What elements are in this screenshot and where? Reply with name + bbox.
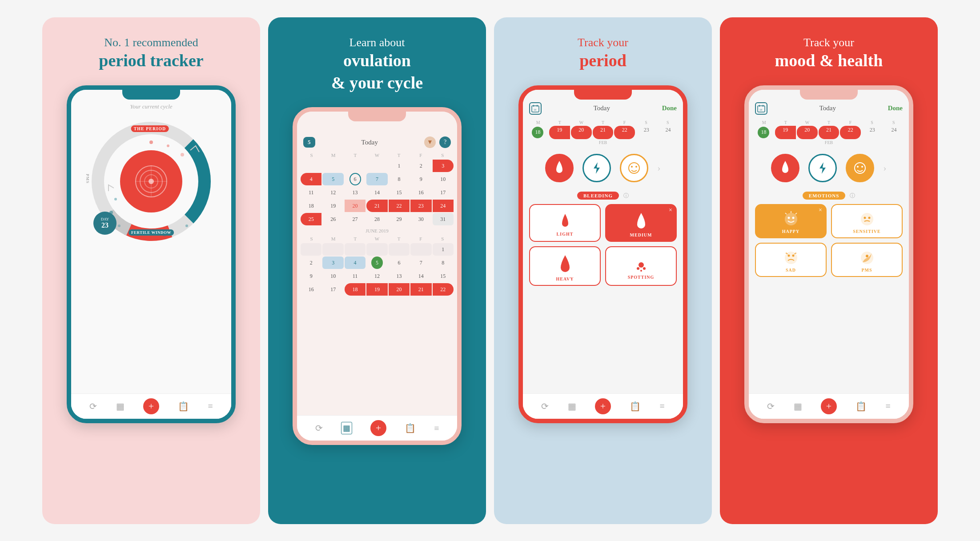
nav-add-button-2[interactable]: + bbox=[370, 420, 386, 436]
nav-add-button[interactable]: + bbox=[143, 398, 159, 414]
cal-cell[interactable]: 11 bbox=[301, 186, 321, 199]
cal-cell[interactable]: 15 bbox=[389, 186, 410, 199]
nav-menu-icon-4[interactable]: ≡ bbox=[886, 401, 891, 411]
cal-cell[interactable]: 13 bbox=[345, 186, 365, 199]
energy-icon[interactable] bbox=[582, 154, 611, 182]
track-date[interactable]: 23 bbox=[862, 126, 883, 139]
cal-cell[interactable]: 15 bbox=[433, 270, 454, 282]
nav-doc-icon-4[interactable]: 📋 bbox=[855, 401, 867, 412]
track-date-period[interactable]: 19 bbox=[775, 126, 796, 139]
bleeding-medium[interactable]: × MEDIUM bbox=[605, 204, 677, 242]
cal-cell-period[interactable]: 23 bbox=[410, 200, 431, 212]
cal-cell[interactable]: 16 bbox=[410, 186, 431, 199]
cal-cell[interactable]: 1 bbox=[389, 160, 410, 172]
nav-calendar-icon[interactable]: ▦ bbox=[116, 401, 125, 412]
cal-cell-today[interactable]: 5 bbox=[371, 256, 383, 269]
cal-cell-period[interactable]: 21 bbox=[366, 200, 387, 212]
nav-add-button-3[interactable]: + bbox=[595, 398, 611, 414]
track-date-period[interactable]: 22 bbox=[614, 126, 635, 139]
track-cal-icon-3[interactable]: 18 bbox=[529, 102, 542, 115]
track-date-period[interactable]: 21 bbox=[593, 126, 614, 139]
info-icon[interactable]: ⓘ bbox=[623, 192, 629, 199]
cal-cell-period[interactable]: 3 bbox=[433, 160, 454, 172]
info-icon-4[interactable]: ⓘ bbox=[850, 192, 855, 199]
energy-icon-4[interactable] bbox=[808, 154, 837, 182]
nav-cycle-icon[interactable]: ⟳ bbox=[89, 401, 97, 412]
track-date[interactable]: 24 bbox=[884, 126, 904, 139]
cal-cell[interactable]: 17 bbox=[433, 186, 454, 199]
bleeding-icon[interactable] bbox=[545, 154, 574, 182]
cal-cell[interactable]: 19 bbox=[322, 200, 343, 212]
cal-cell-period[interactable]: 19 bbox=[366, 283, 387, 296]
mood-icon-4[interactable] bbox=[846, 154, 874, 182]
bleeding-heavy[interactable]: HEAVY bbox=[529, 246, 601, 286]
cal-cell-period[interactable]: 4 bbox=[301, 173, 321, 185]
cal-cell-period[interactable]: 20 bbox=[389, 283, 410, 296]
cal-cell[interactable]: 9 bbox=[301, 270, 321, 282]
cal-cell-predicted[interactable]: 20 bbox=[345, 200, 365, 212]
cal-cell[interactable]: 14 bbox=[410, 270, 431, 282]
nav-calendar-icon-3[interactable]: ▦ bbox=[568, 401, 576, 412]
cal-cell[interactable] bbox=[301, 243, 321, 256]
cal-cell[interactable]: 28 bbox=[366, 213, 387, 225]
cal-cell-period[interactable]: 22 bbox=[433, 283, 454, 296]
track-date-period[interactable]: 22 bbox=[840, 126, 861, 139]
cal-cell[interactable]: 8 bbox=[433, 256, 454, 269]
track-cal-icon-4[interactable]: 18 bbox=[755, 102, 767, 115]
nav-menu-icon-3[interactable]: ≡ bbox=[660, 401, 665, 411]
mood-happy[interactable]: × HAPPY bbox=[755, 204, 827, 238]
cal-cell-period[interactable]: 25 bbox=[301, 213, 321, 225]
cal-cell[interactable] bbox=[366, 243, 387, 256]
nav-doc-icon-3[interactable]: 📋 bbox=[630, 401, 641, 412]
cal-cell[interactable] bbox=[389, 243, 410, 256]
cal-cell[interactable]: 6 bbox=[349, 173, 361, 185]
cal-cell[interactable]: 17 bbox=[322, 283, 343, 296]
nav-add-button-4[interactable]: + bbox=[821, 398, 837, 414]
bleeding-spotting[interactable]: SPOTTING bbox=[605, 246, 677, 286]
mood-sad[interactable]: SAD bbox=[755, 243, 827, 277]
track-done-3[interactable]: Done bbox=[662, 104, 677, 112]
cal-cell[interactable]: 10 bbox=[433, 173, 454, 185]
cal-cell-period[interactable]: 24 bbox=[433, 200, 454, 212]
track-date-period[interactable]: 19 bbox=[549, 126, 570, 139]
track-date-period[interactable]: 21 bbox=[819, 126, 839, 139]
cal-cell[interactable]: 2 bbox=[301, 256, 321, 269]
bleeding-icon-4[interactable] bbox=[771, 154, 799, 182]
close-x-happy[interactable]: × bbox=[819, 207, 822, 214]
cal-cell-period[interactable]: 21 bbox=[410, 283, 431, 296]
nav-cycle-icon-2[interactable]: ⟳ bbox=[315, 423, 323, 433]
cal-cell[interactable]: 26 bbox=[322, 213, 343, 225]
cal-cell[interactable] bbox=[322, 243, 343, 256]
track-date-period[interactable]: 20 bbox=[571, 126, 592, 139]
nav-cycle-icon-3[interactable]: ⟳ bbox=[541, 401, 549, 412]
cal-cell[interactable] bbox=[366, 160, 387, 172]
nav-doc-icon[interactable]: 📋 bbox=[178, 401, 189, 412]
mood-pms[interactable]: PMS bbox=[831, 243, 903, 277]
cal-cell-period[interactable]: 22 bbox=[389, 200, 410, 212]
track-date[interactable]: 18 bbox=[527, 126, 548, 139]
cal-cell[interactable] bbox=[345, 160, 365, 172]
cal-cell[interactable]: 29 bbox=[389, 213, 410, 225]
track-date[interactable]: 24 bbox=[658, 126, 679, 139]
chevron-right-icon-4[interactable]: › bbox=[883, 162, 886, 174]
track-done-4[interactable]: Done bbox=[888, 104, 903, 112]
chevron-right-icon[interactable]: › bbox=[657, 162, 660, 174]
nav-calendar-icon-2[interactable]: ▦ bbox=[341, 422, 352, 434]
cal-cell-period[interactable]: 18 bbox=[345, 283, 365, 296]
cal-cell[interactable]: 11 bbox=[345, 270, 365, 282]
cal-cell-fertile[interactable]: 3 bbox=[322, 256, 343, 269]
cal-cell[interactable] bbox=[322, 160, 343, 172]
cal-cell[interactable]: 8 bbox=[389, 173, 410, 185]
cal-cell[interactable] bbox=[301, 160, 321, 172]
cal-cell[interactable]: 12 bbox=[366, 270, 387, 282]
cal-cell[interactable]: 1 bbox=[433, 243, 454, 256]
help-icon[interactable]: ? bbox=[439, 136, 451, 148]
cal-cell[interactable]: 6 bbox=[389, 256, 410, 269]
cal-cell[interactable]: 18 bbox=[301, 200, 321, 212]
nav-cycle-icon-4[interactable]: ⟳ bbox=[767, 401, 775, 412]
cal-cell[interactable]: 31 bbox=[433, 213, 454, 225]
cal-cell[interactable] bbox=[410, 243, 431, 256]
track-date-period[interactable]: 20 bbox=[797, 126, 818, 139]
cal-cell[interactable]: 14 bbox=[366, 186, 387, 199]
filter-icon[interactable]: ▼ bbox=[424, 136, 436, 148]
